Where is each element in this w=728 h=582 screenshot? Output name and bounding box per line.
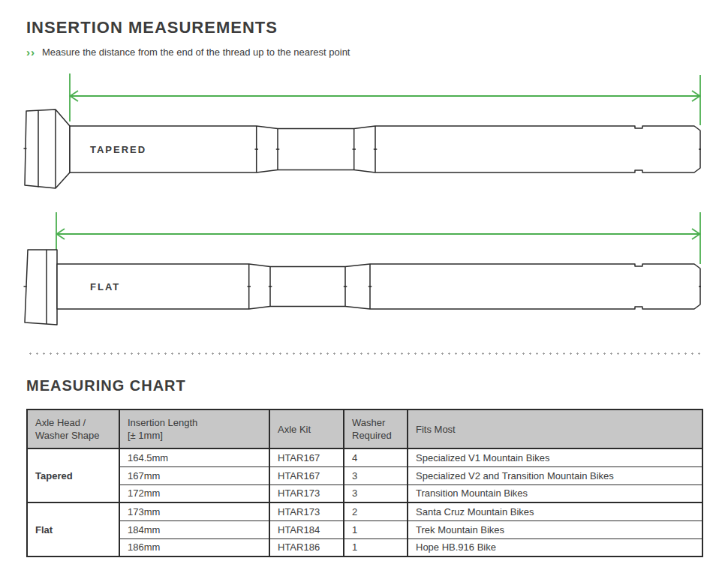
cell-fits-most: Santa Cruz Mountain Bikes [408, 502, 702, 520]
measuring-chart-table: Axle Head / Washer Shape Insertion Lengt… [26, 409, 703, 557]
measurement-arrow-tapered [70, 74, 700, 125]
cell-axle-kit: HTAR173 [269, 502, 344, 520]
cell-fits-most: Hope HB.916 Bike [408, 538, 702, 556]
cell-axle-kit: HTAR184 [269, 520, 344, 538]
cell-axle-kit: HTAR186 [269, 538, 344, 556]
cell-axle-kit: HTAR167 [269, 448, 344, 466]
cell-insertion-length: 164.5mm [119, 448, 269, 466]
tapered-label: TAPERED [90, 144, 146, 155]
cell-insertion-length: 184mm [119, 520, 269, 538]
measuring-chart-title: MEASURING CHART [26, 377, 186, 394]
measure-note-text: Measure the distance from the end of the… [42, 46, 350, 58]
axle-diagram: TAPERED FLAT [0, 68, 728, 341]
table-header-row: Axle Head / Washer Shape Insertion Lengt… [27, 410, 702, 448]
table-row: 172mm HTAR173 3 Transition Mountain Bike… [27, 484, 702, 502]
col-header-fits-most: Fits Most [408, 410, 702, 448]
table-row: 186mm HTAR186 1 Hope HB.916 Bike [27, 538, 702, 556]
cell-washers-required: 2 [344, 502, 408, 520]
cell-washers-required: 3 [344, 466, 408, 484]
cell-insertion-length: 173mm [119, 502, 269, 520]
flat-shaft [57, 264, 700, 309]
cell-axle-kit: HTAR167 [269, 466, 344, 484]
table-row: Flat 173mm HTAR173 2 Santa Cruz Mountain… [27, 502, 702, 520]
cell-fits-most: Specialized V1 Mountain Bikes [408, 448, 702, 466]
tapered-shaft [70, 126, 700, 172]
cell-fits-most: Trek Mountain Bikes [408, 520, 702, 538]
col-header-axle-head: Axle Head / Washer Shape [27, 410, 119, 448]
cell-axle-kit: HTAR173 [269, 484, 344, 502]
cell-insertion-length: 167mm [119, 466, 269, 484]
cell-insertion-length: 172mm [119, 484, 269, 502]
table-row: 184mm HTAR184 1 Trek Mountain Bikes [27, 520, 702, 538]
table-row: 167mm HTAR167 3 Specialized V2 and Trans… [27, 466, 702, 484]
group-label-tapered: Tapered [27, 448, 119, 502]
flat-axle-drawing: FLAT [24, 250, 702, 325]
dotted-divider [27, 352, 701, 356]
flat-head [25, 250, 57, 325]
measure-note: ›› Measure the distance from the end of … [26, 46, 350, 58]
table-row: Tapered 164.5mm HTAR167 4 Specialized V1… [27, 448, 702, 466]
cell-washers-required: 4 [344, 448, 408, 466]
cell-fits-most: Specialized V2 and Transition Mountain B… [408, 466, 702, 484]
cell-washers-required: 1 [344, 520, 408, 538]
page-title: INSERTION MEASUREMENTS [26, 18, 278, 38]
cell-fits-most: Transition Mountain Bikes [408, 484, 702, 502]
cell-washers-required: 3 [344, 484, 408, 502]
group-label-flat: Flat [27, 502, 119, 556]
flat-label: FLAT [90, 281, 120, 292]
cell-washers-required: 1 [344, 538, 408, 556]
col-header-washer-required: Washer Required [344, 410, 408, 448]
col-header-axle-kit: Axle Kit [269, 410, 344, 448]
cell-insertion-length: 186mm [119, 538, 269, 556]
tapered-axle-drawing: TAPERED [24, 110, 702, 188]
tapered-head [25, 110, 70, 188]
measurement-arrow-flat [56, 212, 700, 264]
col-header-insertion-length: Insertion Length [± 1mm] [119, 410, 269, 448]
manual-page: INSERTION MEASUREMENTS ›› Measure the di… [0, 0, 728, 582]
chevron-right-icon: ›› [26, 46, 35, 58]
